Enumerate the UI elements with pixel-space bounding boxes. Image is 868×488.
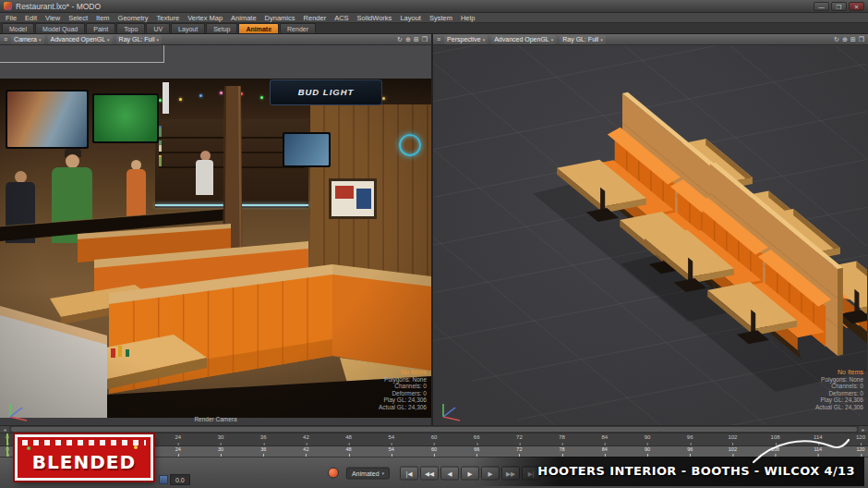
view-type-dropdown[interactable]: Perspective▾ xyxy=(444,35,488,44)
timeline-tick-label: 96 xyxy=(687,434,693,440)
workspace-tab[interactable]: Model xyxy=(2,23,34,33)
go-to-start-button[interactable]: |◀ xyxy=(400,466,418,480)
workspace-tab[interactable]: Animate xyxy=(238,23,279,33)
blended-logo: BLENDED xyxy=(15,434,153,481)
timeline-tick-label: 54 xyxy=(388,434,394,440)
camera-viewport-body[interactable]: BUD LIGHT xyxy=(0,45,431,425)
menu-item[interactable]: View xyxy=(45,14,60,22)
chevron-down-icon: ▾ xyxy=(600,37,603,43)
menu-item[interactable]: File xyxy=(6,14,17,22)
title-bar: Restaurant.lxo* - MODO — ❐ ✕ xyxy=(0,0,868,13)
workspace-tab[interactable]: Model Quad xyxy=(35,23,85,33)
menu-item[interactable]: Render xyxy=(304,14,327,22)
app-icon xyxy=(4,2,12,10)
close-button[interactable]: ✕ xyxy=(849,2,864,11)
maximize-viewport-icon[interactable]: ❐ xyxy=(422,35,428,44)
caption-overlay: HOOTERS INTERIOR - BOOTHS - WILCOX 4/13 xyxy=(473,457,864,486)
timeline-tick-label: 102 xyxy=(728,434,737,440)
timeline-tick-label: 30 xyxy=(218,446,223,452)
camera-backplate-photo: BUD LIGHT xyxy=(0,79,431,418)
preview-panel-icon[interactable] xyxy=(159,475,168,484)
menu-item[interactable]: Dynamics xyxy=(265,14,295,22)
shading-mode-dropdown[interactable]: Advanced OpenGL▾ xyxy=(491,35,556,44)
timeline-tick-label: 42 xyxy=(303,434,309,440)
menu-bar: FileEditViewSelectItemGeometryTextureVer… xyxy=(0,13,868,23)
modo-application-window: Restaurant.lxo* - MODO — ❐ ✕ FileEditVie… xyxy=(0,0,868,488)
caption-text: HOOTERS INTERIOR - BOOTHS - WILCOX 4/13 xyxy=(537,464,855,478)
scroll-right-icon[interactable]: ► xyxy=(859,426,868,433)
previous-key-button[interactable]: ◀◀ xyxy=(420,466,439,480)
viewport-tools: ↻ ⊕ ⊞ ❐ xyxy=(834,35,864,44)
timeline-tick-label: 54 xyxy=(389,446,394,452)
timeline-scrollbar-thumb[interactable] xyxy=(11,427,857,432)
window-title: Restaurant.lxo* - MODO xyxy=(16,2,101,11)
menu-item[interactable]: Help xyxy=(461,14,475,22)
chevron-down-icon: ▾ xyxy=(107,37,110,43)
workspace-tab[interactable]: Render xyxy=(280,23,316,33)
confetti-dot xyxy=(27,446,30,450)
zoom-icon[interactable]: ⊞ xyxy=(850,35,856,44)
maximize-viewport-icon[interactable]: ❐ xyxy=(859,35,864,44)
raygl-dropdown[interactable]: Ray GL: Full▾ xyxy=(116,35,162,44)
menu-item[interactable]: Select xyxy=(68,14,88,22)
window-controls: — ❐ ✕ xyxy=(814,2,864,11)
timeline-scrollbar[interactable]: ◄ ► xyxy=(0,426,868,433)
menu-item[interactable]: Animate xyxy=(231,14,257,22)
perspective-viewport-body[interactable]: No Items Polygons: NoneChannels: 0Deform… xyxy=(433,45,868,425)
playhead[interactable] xyxy=(6,446,8,457)
menu-item[interactable]: SolidWorks xyxy=(357,14,392,22)
workspace-tab[interactable]: UV xyxy=(146,23,170,33)
timeline-tick-label: 102 xyxy=(729,446,737,452)
animation-mode-dropdown[interactable]: Animated▾ xyxy=(346,467,390,479)
camera-frame-guide xyxy=(163,45,164,63)
signature-swoosh xyxy=(750,436,851,466)
axis-gizmo xyxy=(437,400,463,422)
timeline-tick-label: 84 xyxy=(602,446,608,452)
render-camera-label: Render Camera xyxy=(0,416,431,422)
chevron-down-icon: ▾ xyxy=(156,37,159,43)
camera-frame-margin xyxy=(0,45,431,79)
timeline-tick-label: 96 xyxy=(687,446,693,452)
viewport-menu-icon[interactable]: ≡ xyxy=(437,36,440,43)
minimize-button[interactable]: — xyxy=(814,2,829,11)
menu-item[interactable]: Layout xyxy=(400,14,421,22)
timeline-tick-label: 24 xyxy=(175,434,181,440)
timeline-tick-label: 60 xyxy=(431,434,438,440)
orbit-icon[interactable]: ↻ xyxy=(397,35,403,44)
viewport-menu-icon[interactable]: ≡ xyxy=(4,36,7,43)
current-frame-field[interactable]: 0.0 xyxy=(170,474,190,485)
timeline-tick-label: 90 xyxy=(645,434,651,440)
menu-item[interactable]: System xyxy=(429,14,452,22)
workspace-tab[interactable]: Topo xyxy=(116,23,145,33)
camera-viewport: ≡ Camera▾ Advanced OpenGL▾ Ray GL: Full▾… xyxy=(0,34,431,425)
pan-icon[interactable]: ⊕ xyxy=(405,35,411,44)
camera-frame-guide xyxy=(0,62,163,63)
menu-item[interactable]: Edit xyxy=(25,14,37,22)
timeline-tick-label: 90 xyxy=(645,446,650,452)
maximize-button[interactable]: ❐ xyxy=(831,2,847,11)
workspace-tab[interactable]: Paint xyxy=(86,23,115,33)
menu-item[interactable]: Item xyxy=(96,14,110,22)
auto-key-button[interactable] xyxy=(328,468,339,479)
menu-item[interactable]: Geometry xyxy=(118,14,149,22)
chevron-down-icon: ▾ xyxy=(551,37,554,43)
menu-item[interactable]: Texture xyxy=(157,14,180,22)
photo-foreground-shapes xyxy=(0,79,431,418)
menu-item[interactable]: ACS xyxy=(334,14,348,22)
menu-item[interactable]: Vertex Map xyxy=(187,14,223,22)
shading-mode-dropdown[interactable]: Advanced OpenGL▾ xyxy=(48,35,113,44)
workspace-tab[interactable]: Setup xyxy=(206,23,237,33)
blended-logo-text: BLENDED xyxy=(18,451,151,473)
timeline-tick-label: 36 xyxy=(260,446,266,452)
playhead[interactable] xyxy=(6,433,8,445)
orbit-icon[interactable]: ↻ xyxy=(834,35,839,44)
zoom-icon[interactable]: ⊞ xyxy=(414,35,419,44)
scroll-left-icon[interactable]: ◄ xyxy=(0,426,9,433)
timeline-tick-label: 48 xyxy=(346,446,352,452)
raygl-dropdown[interactable]: Ray GL: Full▾ xyxy=(560,35,605,44)
previous-frame-button[interactable]: ◀ xyxy=(440,466,459,480)
view-type-dropdown[interactable]: Camera▾ xyxy=(11,35,43,44)
pan-icon[interactable]: ⊕ xyxy=(842,35,848,44)
timeline-tick-label: 78 xyxy=(560,446,565,452)
workspace-tab[interactable]: Layout xyxy=(171,23,205,33)
